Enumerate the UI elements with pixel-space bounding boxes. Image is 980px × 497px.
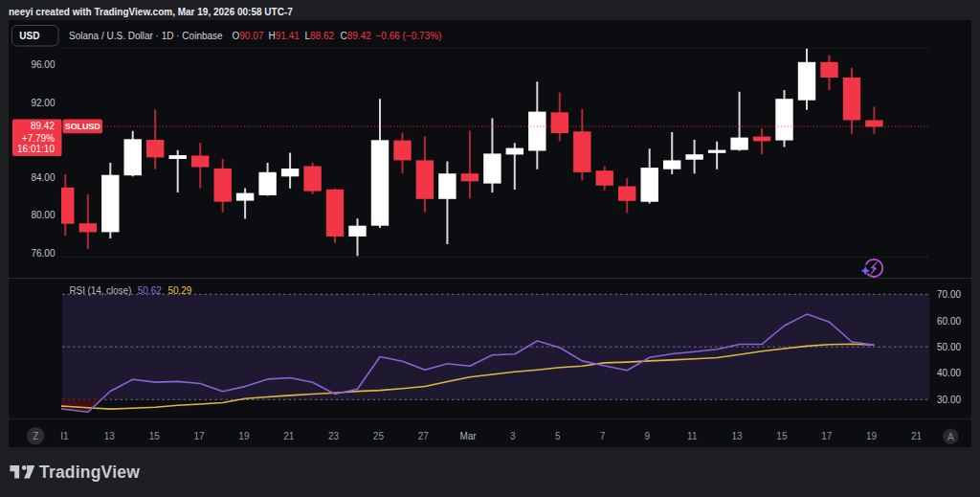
svg-text:USD: USD [19,31,39,41]
svg-text:50.00: 50.00 [937,342,961,352]
svg-text:19: 19 [866,431,878,441]
svg-text:O90.07: O90.07 [233,31,264,41]
svg-text:−0.66 (−0.73%): −0.66 (−0.73%) [376,31,442,41]
svg-text:3: 3 [510,431,516,441]
svg-text:+7.79%: +7.79% [22,133,55,144]
svg-text:89.42: 89.42 [31,121,55,131]
svg-text:30.00: 30.00 [937,395,961,405]
svg-text:A: A [947,432,954,442]
svg-text:40.00: 40.00 [937,368,961,378]
svg-text:11: 11 [687,431,698,441]
svg-text:27: 27 [418,431,430,441]
svg-text:70.00: 70.00 [937,289,961,300]
svg-text:80.00: 80.00 [31,210,55,220]
svg-text:H91.41: H91.41 [269,31,301,41]
svg-text:19: 19 [238,431,250,441]
svg-text:50.29: 50.29 [167,285,191,296]
svg-text:Mar: Mar [459,431,477,441]
svg-text:21: 21 [911,431,923,441]
svg-text:I1: I1 [60,431,69,441]
svg-text:13: 13 [104,431,116,441]
svg-text:SOLUSD: SOLUSD [65,122,101,131]
svg-text:Z: Z [33,431,38,441]
svg-text:13: 13 [732,431,744,441]
svg-text:21: 21 [283,431,295,441]
svg-text:84.00: 84.00 [31,172,55,183]
svg-text:Solana / U.S. Dollar · 1D · Co: Solana / U.S. Dollar · 1D · Coinbase [69,31,223,41]
svg-text:25: 25 [373,431,385,441]
svg-text:C89.42: C89.42 [341,31,372,41]
svg-text:76.00: 76.00 [31,248,55,259]
svg-text:96.00: 96.00 [31,59,55,70]
svg-text:60.00: 60.00 [937,316,961,327]
svg-text:50.62: 50.62 [138,285,162,296]
svg-text:15: 15 [149,431,161,441]
svg-text:15: 15 [776,431,788,441]
svg-text:RSI (14, close): RSI (14, close) [70,285,132,296]
svg-text:92.00: 92.00 [31,98,55,108]
svg-text:17: 17 [193,431,205,441]
svg-text:16:01:10: 16:01:10 [17,144,55,154]
svg-text:17: 17 [821,431,833,441]
svg-text:5: 5 [555,431,561,441]
svg-text:L88.62: L88.62 [305,31,335,41]
svg-text:TradingView: TradingView [39,463,140,482]
svg-text:7: 7 [600,431,606,441]
svg-text:9: 9 [645,431,651,441]
svg-text:23: 23 [328,431,340,441]
